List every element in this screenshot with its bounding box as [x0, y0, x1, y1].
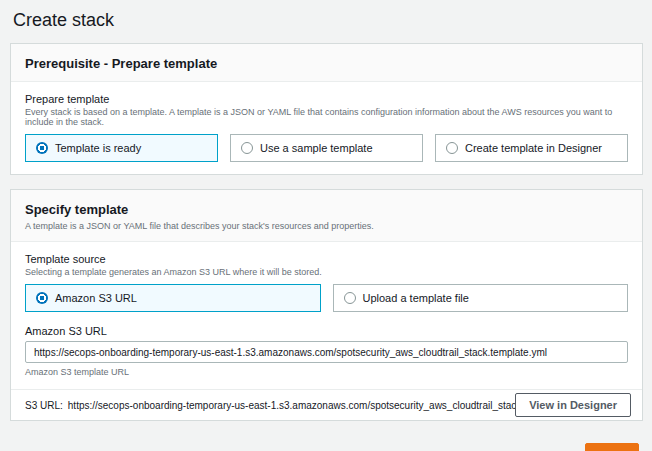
amazon-s3-url-label: Amazon S3 URL	[25, 325, 628, 337]
prerequisite-card-header: Prerequisite - Prepare template	[11, 44, 642, 82]
s3-url-line-value: https://secops-onboarding-temporary-us-e…	[68, 400, 515, 411]
s3-url-line-label: S3 URL:	[25, 400, 63, 411]
specify-template-card-header: Specify template A template is a JSON or…	[11, 190, 642, 242]
specify-template-card-body: Template source Selecting a template gen…	[11, 242, 642, 389]
template-source-description: Selecting a template generates an Amazon…	[25, 267, 628, 277]
radio-tile-create-template-in-designer[interactable]: Create template in Designer	[435, 134, 628, 162]
amazon-s3-url-group: Amazon S3 URL Amazon S3 template URL	[25, 325, 628, 377]
radio-unselected-icon[interactable]	[344, 292, 356, 304]
next-button[interactable]: Next	[585, 443, 639, 451]
radio-selected-icon[interactable]	[36, 142, 48, 154]
prerequisite-card-title: Prerequisite - Prepare template	[25, 56, 628, 71]
template-source-label: Template source	[25, 253, 628, 265]
page-title: Create stack	[10, 6, 643, 43]
s3-url-line: S3 URL:https://secops-onboarding-tempora…	[25, 400, 515, 411]
radio-tile-label: Create template in Designer	[465, 142, 602, 154]
radio-tile-label: Template is ready	[55, 142, 141, 154]
view-in-designer-button[interactable]: View in Designer	[515, 393, 631, 417]
radio-tile-template-is-ready[interactable]: Template is ready	[25, 134, 218, 162]
radio-unselected-icon[interactable]	[446, 142, 458, 154]
radio-selected-icon[interactable]	[36, 292, 48, 304]
radio-tile-amazon-s3-url[interactable]: Amazon S3 URL	[25, 284, 321, 312]
specify-template-title: Specify template	[25, 202, 628, 217]
radio-tile-label: Amazon S3 URL	[55, 292, 137, 304]
amazon-s3-url-hint: Amazon S3 template URL	[25, 367, 628, 377]
specify-template-card: Specify template A template is a JSON or…	[10, 189, 643, 421]
wizard-actions: Cancel Next	[10, 435, 643, 451]
prepare-template-label: Prepare template	[25, 93, 628, 105]
prerequisite-card: Prerequisite - Prepare template Prepare …	[10, 43, 643, 175]
specify-template-subtitle: A template is a JSON or YAML file that d…	[25, 221, 628, 231]
prepare-template-options: Template is ready Use a sample template …	[25, 134, 628, 162]
radio-tile-use-sample-template[interactable]: Use a sample template	[230, 134, 423, 162]
specify-template-card-footer: S3 URL:https://secops-onboarding-tempora…	[11, 389, 642, 420]
radio-tile-upload-template-file[interactable]: Upload a template file	[333, 284, 629, 312]
radio-tile-label: Upload a template file	[363, 292, 469, 304]
amazon-s3-url-input[interactable]	[25, 341, 628, 363]
radio-tile-label: Use a sample template	[260, 142, 373, 154]
prerequisite-card-body: Prepare template Every stack is based on…	[11, 82, 642, 174]
create-stack-page: Create stack Prerequisite - Prepare temp…	[0, 0, 652, 451]
template-source-options: Amazon S3 URL Upload a template file	[25, 284, 628, 312]
radio-unselected-icon[interactable]	[241, 142, 253, 154]
prepare-template-description: Every stack is based on a template. A te…	[25, 107, 628, 127]
